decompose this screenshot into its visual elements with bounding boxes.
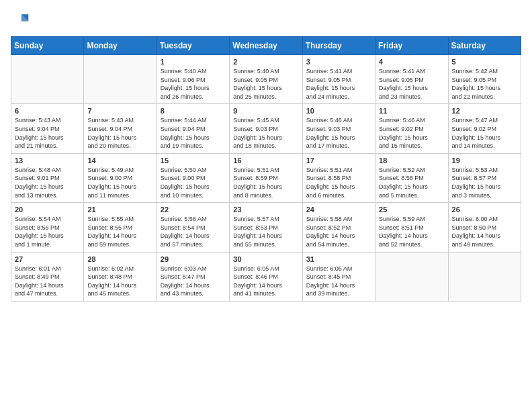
calendar-day-cell: 18Sunrise: 5:52 AM Sunset: 8:58 PM Dayli… — [375, 153, 448, 202]
day-number: 4 — [379, 58, 444, 66]
day-number: 24 — [306, 205, 371, 214]
day-number: 25 — [379, 205, 444, 214]
day-number: 12 — [452, 107, 517, 115]
day-info: Sunrise: 5:59 AM Sunset: 8:51 PM Dayligh… — [379, 215, 444, 248]
page-header — [11, 11, 521, 30]
day-info: Sunrise: 5:42 AM Sunset: 9:05 PM Dayligh… — [452, 67, 517, 101]
calendar-day-cell: 20Sunrise: 5:54 AM Sunset: 8:56 PM Dayli… — [11, 203, 84, 252]
weekday-header: Monday — [84, 37, 157, 55]
calendar-week-row: 27Sunrise: 6:01 AM Sunset: 8:49 PM Dayli… — [11, 252, 521, 301]
day-number: 29 — [161, 255, 226, 263]
day-info: Sunrise: 5:44 AM Sunset: 9:04 PM Dayligh… — [161, 116, 226, 150]
day-number: 1 — [161, 58, 226, 66]
calendar-day-cell: 11Sunrise: 5:46 AM Sunset: 9:02 PM Dayli… — [375, 104, 448, 153]
calendar-day-cell: 9Sunrise: 5:45 AM Sunset: 9:03 PM Daylig… — [230, 104, 302, 153]
day-number: 10 — [306, 107, 371, 115]
day-info: Sunrise: 6:03 AM Sunset: 8:47 PM Dayligh… — [161, 265, 226, 298]
day-info: Sunrise: 5:56 AM Sunset: 8:54 PM Dayligh… — [161, 215, 226, 248]
weekday-header: Sunday — [11, 37, 84, 55]
day-number: 8 — [161, 107, 226, 115]
day-info: Sunrise: 5:43 AM Sunset: 9:04 PM Dayligh… — [87, 116, 152, 150]
calendar-day-cell — [375, 252, 448, 301]
calendar-day-cell: 13Sunrise: 5:48 AM Sunset: 9:01 PM Dayli… — [11, 153, 84, 202]
calendar-day-cell: 19Sunrise: 5:53 AM Sunset: 8:57 PM Dayli… — [448, 153, 521, 202]
day-info: Sunrise: 5:54 AM Sunset: 8:56 PM Dayligh… — [15, 215, 80, 248]
day-number: 5 — [452, 58, 517, 66]
day-info: Sunrise: 6:06 AM Sunset: 8:45 PM Dayligh… — [306, 265, 371, 298]
calendar-day-cell: 28Sunrise: 6:02 AM Sunset: 8:48 PM Dayli… — [84, 252, 157, 301]
day-info: Sunrise: 5:57 AM Sunset: 8:53 PM Dayligh… — [233, 215, 298, 248]
calendar-day-cell — [448, 252, 521, 301]
day-info: Sunrise: 5:52 AM Sunset: 8:58 PM Dayligh… — [379, 166, 444, 199]
day-number: 22 — [161, 205, 226, 214]
weekday-header: Friday — [375, 37, 448, 55]
day-number: 21 — [87, 205, 152, 214]
day-number: 11 — [379, 107, 444, 115]
weekday-header: Thursday — [302, 37, 375, 55]
calendar-day-cell: 17Sunrise: 5:51 AM Sunset: 8:58 PM Dayli… — [302, 153, 375, 202]
calendar-day-cell: 26Sunrise: 6:00 AM Sunset: 8:50 PM Dayli… — [448, 203, 521, 252]
calendar-day-cell: 25Sunrise: 5:59 AM Sunset: 8:51 PM Dayli… — [375, 203, 448, 252]
weekday-header: Wednesday — [230, 37, 302, 55]
calendar-day-cell: 29Sunrise: 6:03 AM Sunset: 8:47 PM Dayli… — [157, 252, 229, 301]
calendar-week-row: 1Sunrise: 5:40 AM Sunset: 9:06 PM Daylig… — [11, 55, 521, 104]
calendar-day-cell: 22Sunrise: 5:56 AM Sunset: 8:54 PM Dayli… — [157, 203, 229, 252]
day-info: Sunrise: 6:02 AM Sunset: 8:48 PM Dayligh… — [87, 265, 152, 298]
calendar-day-cell: 12Sunrise: 5:47 AM Sunset: 9:02 PM Dayli… — [448, 104, 521, 153]
calendar-day-cell: 4Sunrise: 5:41 AM Sunset: 9:05 PM Daylig… — [375, 55, 448, 104]
day-info: Sunrise: 5:53 AM Sunset: 8:57 PM Dayligh… — [452, 166, 517, 199]
calendar-day-cell: 16Sunrise: 5:51 AM Sunset: 8:59 PM Dayli… — [230, 153, 302, 202]
day-number: 20 — [15, 205, 80, 214]
day-info: Sunrise: 5:55 AM Sunset: 8:55 PM Dayligh… — [87, 215, 152, 248]
day-number: 16 — [233, 156, 298, 165]
weekday-header: Saturday — [448, 37, 521, 55]
day-info: Sunrise: 5:40 AM Sunset: 9:06 PM Dayligh… — [161, 67, 226, 101]
calendar-day-cell: 23Sunrise: 5:57 AM Sunset: 8:53 PM Dayli… — [230, 203, 302, 252]
calendar-day-cell: 14Sunrise: 5:49 AM Sunset: 9:00 PM Dayli… — [84, 153, 157, 202]
day-info: Sunrise: 5:40 AM Sunset: 9:05 PM Dayligh… — [233, 67, 298, 101]
day-info: Sunrise: 5:49 AM Sunset: 9:00 PM Dayligh… — [87, 166, 152, 199]
calendar-table: SundayMondayTuesdayWednesdayThursdayFrid… — [11, 36, 521, 302]
day-info: Sunrise: 5:58 AM Sunset: 8:52 PM Dayligh… — [306, 215, 371, 248]
logo-icon — [11, 11, 30, 30]
weekday-header: Tuesday — [157, 37, 229, 55]
day-info: Sunrise: 5:45 AM Sunset: 9:03 PM Dayligh… — [233, 116, 298, 150]
day-number: 3 — [306, 58, 371, 66]
day-info: Sunrise: 5:51 AM Sunset: 8:59 PM Dayligh… — [233, 166, 298, 199]
day-info: Sunrise: 5:43 AM Sunset: 9:04 PM Dayligh… — [15, 116, 80, 150]
calendar-day-cell: 8Sunrise: 5:44 AM Sunset: 9:04 PM Daylig… — [157, 104, 229, 153]
day-number: 2 — [233, 58, 298, 66]
day-number: 9 — [233, 107, 298, 115]
day-info: Sunrise: 6:00 AM Sunset: 8:50 PM Dayligh… — [452, 215, 517, 248]
day-number: 26 — [452, 205, 517, 214]
day-info: Sunrise: 5:50 AM Sunset: 9:00 PM Dayligh… — [161, 166, 226, 199]
calendar-week-row: 13Sunrise: 5:48 AM Sunset: 9:01 PM Dayli… — [11, 153, 521, 202]
day-number: 17 — [306, 156, 371, 165]
calendar-day-cell: 30Sunrise: 6:05 AM Sunset: 8:46 PM Dayli… — [230, 252, 302, 301]
day-info: Sunrise: 5:51 AM Sunset: 8:58 PM Dayligh… — [306, 166, 371, 199]
day-info: Sunrise: 5:47 AM Sunset: 9:02 PM Dayligh… — [452, 116, 517, 150]
day-info: Sunrise: 5:46 AM Sunset: 9:03 PM Dayligh… — [306, 116, 371, 150]
day-info: Sunrise: 6:01 AM Sunset: 8:49 PM Dayligh… — [15, 265, 80, 298]
day-number: 13 — [15, 156, 80, 165]
calendar-day-cell: 10Sunrise: 5:46 AM Sunset: 9:03 PM Dayli… — [302, 104, 375, 153]
calendar-day-cell: 21Sunrise: 5:55 AM Sunset: 8:55 PM Dayli… — [84, 203, 157, 252]
calendar-day-cell: 31Sunrise: 6:06 AM Sunset: 8:45 PM Dayli… — [302, 252, 375, 301]
calendar-day-cell: 6Sunrise: 5:43 AM Sunset: 9:04 PM Daylig… — [11, 104, 84, 153]
calendar-week-row: 6Sunrise: 5:43 AM Sunset: 9:04 PM Daylig… — [11, 104, 521, 153]
calendar-day-cell: 7Sunrise: 5:43 AM Sunset: 9:04 PM Daylig… — [84, 104, 157, 153]
day-info: Sunrise: 5:41 AM Sunset: 9:05 PM Dayligh… — [379, 67, 444, 101]
day-number: 15 — [161, 156, 226, 165]
day-number: 28 — [87, 255, 152, 263]
calendar-day-cell: 15Sunrise: 5:50 AM Sunset: 9:00 PM Dayli… — [157, 153, 229, 202]
calendar-day-cell — [11, 55, 84, 104]
calendar-week-row: 20Sunrise: 5:54 AM Sunset: 8:56 PM Dayli… — [11, 203, 521, 252]
logo — [11, 11, 32, 30]
calendar-day-cell: 24Sunrise: 5:58 AM Sunset: 8:52 PM Dayli… — [302, 203, 375, 252]
day-info: Sunrise: 5:46 AM Sunset: 9:02 PM Dayligh… — [379, 116, 444, 150]
day-number: 27 — [15, 255, 80, 263]
day-info: Sunrise: 5:41 AM Sunset: 9:05 PM Dayligh… — [306, 67, 371, 101]
calendar-day-cell: 1Sunrise: 5:40 AM Sunset: 9:06 PM Daylig… — [157, 55, 229, 104]
day-info: Sunrise: 5:48 AM Sunset: 9:01 PM Dayligh… — [15, 166, 80, 199]
calendar-day-cell: 2Sunrise: 5:40 AM Sunset: 9:05 PM Daylig… — [230, 55, 302, 104]
